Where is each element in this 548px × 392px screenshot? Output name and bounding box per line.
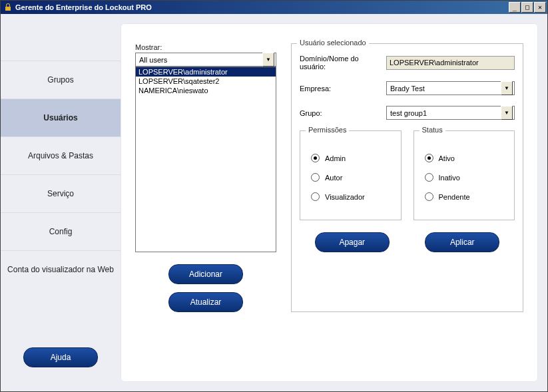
maximize-button[interactable]: □ xyxy=(521,2,533,13)
radio-icon xyxy=(311,173,320,182)
domain-user-label: Domínio/Nome do usuário: xyxy=(300,55,386,71)
permission-author-radio[interactable]: Autor xyxy=(311,173,390,182)
status-pending-radio[interactable]: Pendente xyxy=(425,192,504,201)
company-select[interactable]: Brady Test ▼ xyxy=(386,81,515,95)
sidebar-item-groups[interactable]: Grupos xyxy=(1,61,121,98)
radio-label: Ativo xyxy=(439,154,455,162)
permissions-fieldset: Permissões Admin Autor Visualizador xyxy=(300,130,402,220)
delete-button[interactable]: Apagar xyxy=(315,232,390,252)
sidebar-item-label: Config xyxy=(49,227,73,236)
sidebar-item-label: Grupos xyxy=(47,75,73,85)
status-legend: Status xyxy=(419,126,445,134)
left-button-group: Adicionar Atualizar xyxy=(135,264,276,312)
radio-label: Inativo xyxy=(439,174,460,182)
list-item-label: LOPSERVER\sqatester2 xyxy=(138,77,219,85)
app-window: Gerente do Enterprise do Lockout PRO _ □… xyxy=(0,0,548,392)
radio-icon xyxy=(425,192,433,201)
radio-icon xyxy=(311,192,320,201)
close-button[interactable]: ✕ xyxy=(534,2,546,13)
sidebar-item-users[interactable]: Usuários xyxy=(1,98,121,136)
right-button-row: Apagar Aplicar xyxy=(300,232,515,252)
group-select[interactable]: test group1 ▼ xyxy=(386,106,515,120)
titlebar: Gerente do Enterprise do Lockout PRO _ □… xyxy=(1,1,547,14)
show-select-value: All users xyxy=(137,56,262,64)
selected-user-fieldset: Usuário selecionado Domínio/Nome do usuá… xyxy=(291,43,523,312)
radio-label: Autor xyxy=(325,174,342,182)
list-item[interactable]: NAMERICA\nieswato xyxy=(136,86,276,95)
refresh-button-label: Atualizar xyxy=(190,297,222,307)
permission-viewer-radio[interactable]: Visualizador xyxy=(311,192,390,201)
sidebar-item-config[interactable]: Config xyxy=(1,212,121,250)
status-inactive-radio[interactable]: Inativo xyxy=(425,173,504,182)
apply-button-label: Aplicar xyxy=(450,238,475,247)
permission-admin-radio[interactable]: Admin xyxy=(311,154,390,162)
domain-user-field: LOPSERVER\administrator xyxy=(386,56,515,70)
sidebar-item-label: Serviço xyxy=(47,189,74,198)
company-label: Empresa: xyxy=(300,85,386,93)
list-item-label: LOPSERVER\administrator xyxy=(138,68,228,76)
help-button-wrap: Ajuda xyxy=(1,335,121,391)
radio-label: Admin xyxy=(325,154,346,162)
list-item[interactable]: LOPSERVER\administrator xyxy=(136,67,276,77)
permissions-legend: Permissões xyxy=(306,126,349,134)
domain-user-value: LOPSERVER\administrator xyxy=(390,59,479,67)
sidebar-item-webviewer-account[interactable]: Conta do visualizador na Web xyxy=(1,250,121,288)
list-item-label: NAMERICA\nieswato xyxy=(138,87,208,95)
radio-icon xyxy=(425,173,433,182)
sidebar-item-service[interactable]: Serviço xyxy=(1,174,121,212)
window-title: Gerente do Enterprise do Lockout PRO xyxy=(15,3,508,11)
radio-label: Pendente xyxy=(439,193,470,201)
radio-icon xyxy=(311,154,320,162)
add-button[interactable]: Adicionar xyxy=(168,264,243,284)
group-label: Grupo: xyxy=(300,109,386,117)
sidebar-item-label: Arquivos & Pastas xyxy=(28,151,93,160)
main-panel: Mostrar: All users ▼ LOPSERVER\administr… xyxy=(121,23,538,382)
sidebar-item-label: Conta do visualizador na Web xyxy=(7,265,114,274)
status-active-radio[interactable]: Ativo xyxy=(425,154,504,162)
chevron-down-icon[interactable]: ▼ xyxy=(262,53,274,67)
lock-icon xyxy=(3,3,13,12)
delete-button-label: Apagar xyxy=(339,238,365,247)
users-listbox[interactable]: LOPSERVER\administrator LOPSERVER\sqates… xyxy=(135,67,276,252)
status-fieldset: Status Ativo Inativo Pendente xyxy=(413,130,515,220)
refresh-button[interactable]: Atualizar xyxy=(168,292,243,312)
left-column: Mostrar: All users ▼ LOPSERVER\administr… xyxy=(135,43,276,312)
add-button-label: Adicionar xyxy=(189,270,222,279)
chevron-down-icon[interactable]: ▼ xyxy=(501,106,513,120)
sidebar-item-files-folders[interactable]: Arquivos & Pastas xyxy=(1,136,121,174)
help-button-label: Ajuda xyxy=(51,353,71,362)
show-label: Mostrar: xyxy=(135,43,276,51)
radio-icon xyxy=(425,154,433,162)
radio-label: Visualizador xyxy=(325,193,365,201)
right-column: Usuário selecionado Domínio/Nome do usuá… xyxy=(291,43,523,312)
list-item[interactable]: LOPSERVER\sqatester2 xyxy=(136,77,276,86)
nav-group: Grupos Usuários Arquivos & Pastas Serviç… xyxy=(1,61,121,288)
sidebar-item-label: Usuários xyxy=(43,113,77,122)
chevron-down-icon[interactable]: ▼ xyxy=(501,81,513,95)
apply-button[interactable]: Aplicar xyxy=(425,232,499,252)
help-button[interactable]: Ajuda xyxy=(23,347,98,367)
selected-user-legend: Usuário selecionado xyxy=(297,39,369,47)
company-select-value: Brady Test xyxy=(388,85,501,93)
group-select-value: test group1 xyxy=(388,109,501,117)
sidebar: Grupos Usuários Arquivos & Pastas Serviç… xyxy=(1,14,121,391)
content-area: Grupos Usuários Arquivos & Pastas Serviç… xyxy=(1,14,547,391)
minimize-button[interactable]: _ xyxy=(509,2,521,13)
show-select[interactable]: All users ▼ xyxy=(135,53,276,67)
